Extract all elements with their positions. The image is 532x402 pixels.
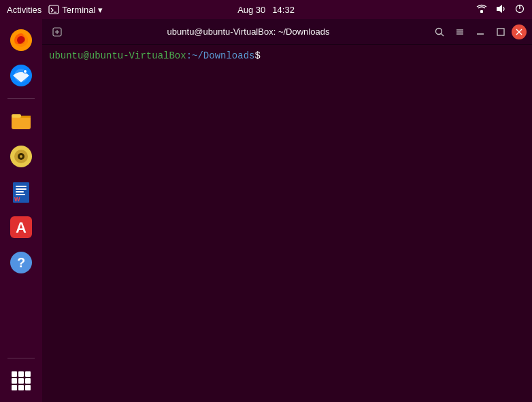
terminal-menu[interactable]: Terminal ▾ bbox=[48, 4, 103, 15]
volume-icon-svg bbox=[495, 3, 506, 14]
terminal-window: ubuntu@ubuntu-VirtualBox: ~/Downloads bbox=[42, 19, 532, 402]
rhythmbox-icon bbox=[9, 144, 33, 169]
help-icon: ? bbox=[9, 250, 33, 275]
maximize-icon bbox=[496, 27, 505, 37]
minimize-icon bbox=[476, 27, 485, 37]
grid-dot bbox=[25, 378, 31, 384]
svg-point-18 bbox=[20, 155, 22, 158]
close-button[interactable] bbox=[512, 24, 527, 39]
terminal-title: ubuntu@ubuntu-VirtualBox: ~/Downloads bbox=[167, 27, 330, 37]
network-icon-svg bbox=[476, 3, 487, 14]
topbar-left: Activities Terminal ▾ bbox=[7, 4, 103, 15]
svg-rect-14 bbox=[12, 114, 21, 118]
sidebar-item-files[interactable] bbox=[5, 105, 37, 137]
app-center-icon: A bbox=[9, 215, 33, 239]
svg-rect-39 bbox=[497, 29, 504, 35]
terminal-content[interactable]: ubuntu@ubuntu-VirtualBox:~/Downloads$ bbox=[42, 45, 532, 402]
sidebar-item-show-apps[interactable] bbox=[5, 365, 37, 397]
titlebar-controls bbox=[430, 22, 527, 41]
terminal-menu-arrow: ▾ bbox=[98, 5, 103, 15]
topbar-right bbox=[476, 3, 525, 16]
minimize-button[interactable] bbox=[471, 22, 490, 41]
new-tab-icon bbox=[52, 27, 63, 37]
sidebar-divider-bottom bbox=[7, 358, 35, 358]
main-area: W A ? bbox=[0, 19, 532, 402]
topbar-datetime: Aug 30 14:32 bbox=[237, 5, 295, 15]
sidebar-item-help[interactable]: ? bbox=[5, 247, 37, 278]
svg-rect-22 bbox=[16, 188, 27, 190]
svg-point-33 bbox=[436, 28, 442, 34]
network-icon[interactable] bbox=[476, 3, 487, 16]
thunderbird-icon bbox=[9, 63, 33, 88]
sidebar-item-rhythmbox[interactable] bbox=[5, 141, 37, 172]
grid-dot bbox=[18, 385, 24, 390]
close-icon bbox=[516, 29, 522, 35]
sidebar-item-libreoffice-writer[interactable]: W bbox=[5, 176, 37, 207]
svg-rect-2 bbox=[480, 10, 483, 13]
prompt-user: ubuntu@ubuntu-VirtualBox bbox=[49, 50, 186, 61]
svg-rect-24 bbox=[16, 194, 25, 195]
power-icon[interactable] bbox=[514, 3, 525, 16]
new-tab-button[interactable] bbox=[48, 22, 67, 41]
search-button[interactable] bbox=[430, 22, 449, 41]
menu-icon bbox=[455, 27, 465, 37]
grid-dot bbox=[25, 371, 31, 377]
svg-point-12 bbox=[24, 70, 27, 73]
sidebar-item-app-center[interactable]: A bbox=[5, 212, 37, 243]
maximize-button[interactable] bbox=[491, 22, 510, 41]
volume-icon[interactable] bbox=[495, 3, 506, 16]
terminal-menu-label: Terminal bbox=[62, 5, 95, 15]
files-icon bbox=[9, 109, 33, 133]
svg-text:?: ? bbox=[17, 255, 25, 270]
topbar-time: 14:32 bbox=[272, 5, 295, 15]
firefox-icon bbox=[9, 28, 33, 52]
activities-button[interactable]: Activities bbox=[7, 5, 41, 15]
grid-dot bbox=[12, 378, 17, 384]
sidebar-bottom bbox=[5, 355, 37, 402]
menu-button[interactable] bbox=[450, 22, 469, 41]
terminal-titlebar: ubuntu@ubuntu-VirtualBox: ~/Downloads bbox=[42, 19, 532, 45]
writer-icon: W bbox=[9, 180, 33, 204]
sidebar: W A ? bbox=[0, 19, 42, 402]
svg-text:W: W bbox=[14, 196, 20, 203]
svg-line-34 bbox=[442, 33, 444, 36]
prompt-path: :~/Downloads bbox=[186, 50, 255, 61]
topbar: Activities Terminal ▾ Aug 30 14:32 bbox=[0, 0, 532, 19]
terminal-menu-icon bbox=[48, 4, 59, 15]
sidebar-item-firefox[interactable] bbox=[5, 24, 37, 56]
titlebar-left bbox=[48, 22, 67, 41]
grid-dot bbox=[18, 371, 24, 377]
grid-dot bbox=[12, 385, 17, 390]
grid-dot bbox=[12, 371, 17, 377]
sidebar-divider bbox=[7, 98, 35, 99]
power-icon-svg bbox=[514, 3, 525, 14]
prompt-dollar: $ bbox=[254, 50, 260, 61]
grid-dot bbox=[18, 378, 24, 384]
svg-text:A: A bbox=[16, 219, 27, 236]
sidebar-item-thunderbird[interactable] bbox=[5, 60, 37, 91]
search-icon bbox=[435, 27, 444, 37]
svg-rect-21 bbox=[16, 186, 27, 187]
grid-dot bbox=[25, 385, 31, 390]
svg-marker-3 bbox=[497, 5, 502, 13]
grid-icon bbox=[12, 371, 31, 390]
topbar-date: Aug 30 bbox=[237, 5, 265, 15]
svg-rect-23 bbox=[16, 191, 24, 192]
